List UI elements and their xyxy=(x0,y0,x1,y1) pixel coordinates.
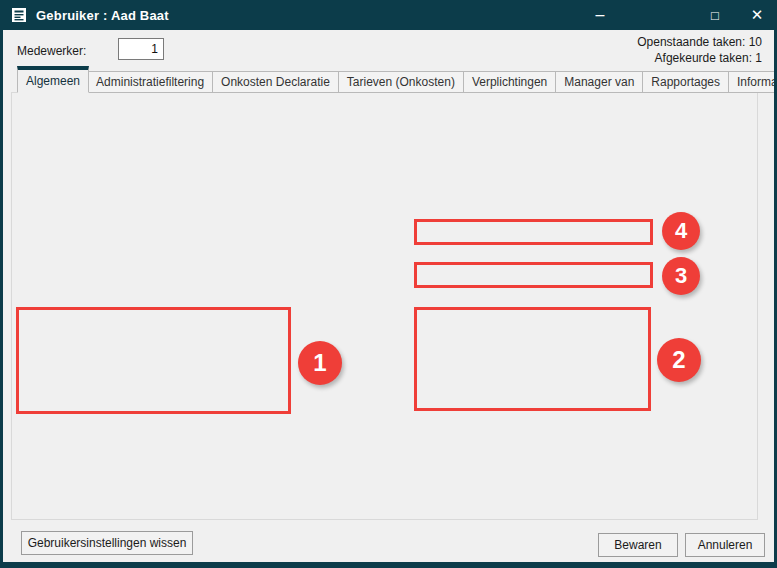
gebruikersinstellingen-wissen-button[interactable]: Gebruikersinstellingen wissen xyxy=(21,531,193,555)
annuleren-button[interactable]: Annuleren xyxy=(685,533,765,557)
maximize-button[interactable]: □ xyxy=(698,0,732,30)
tab-onkosten-declaratie[interactable]: Onkosten Declaratie xyxy=(213,71,339,93)
document-icon xyxy=(11,7,27,23)
task-counters: Openstaande taken: 10 Afgekeurde taken: … xyxy=(637,34,762,66)
title-bar: Gebruiker : Aad Baat xyxy=(0,0,777,30)
tab-administratiefiltering[interactable]: Administratiefiltering xyxy=(88,71,213,93)
annotation-badge-2: 2 xyxy=(657,338,701,382)
close-button[interactable]: ✕ xyxy=(740,0,774,30)
window-title: Gebruiker : Aad Baat xyxy=(36,8,169,23)
gebruiker-dialog: Gebruiker : Aad Baat – □ ✕ Medewerker: O… xyxy=(0,0,777,568)
tab-manager-van[interactable]: Manager van xyxy=(556,71,643,93)
tab-algemeen[interactable]: Algemeen xyxy=(17,66,89,93)
tab-rapportages[interactable]: Rapportages xyxy=(643,71,729,93)
medewerker-input[interactable] xyxy=(118,38,164,60)
open-tasks: Openstaande taken: 10 xyxy=(637,34,762,50)
tab-strip: AlgemeenAdministratiefilteringOnkosten D… xyxy=(17,66,777,93)
medewerker-label: Medewerker: xyxy=(17,44,86,58)
annotation-badge-4: 4 xyxy=(662,212,700,250)
bewaren-button[interactable]: Bewaren xyxy=(598,533,678,557)
annotation-badge-1: 1 xyxy=(298,341,342,385)
minimize-button[interactable]: – xyxy=(583,0,617,30)
rejected-tasks: Afgekeurde taken: 1 xyxy=(637,50,762,66)
tab-tarieven-onkosten[interactable]: Tarieven (Onkosten) xyxy=(339,71,464,93)
tab-page xyxy=(11,92,758,520)
tab-verplichtingen[interactable]: Verplichtingen xyxy=(464,71,556,93)
annotation-badge-3: 3 xyxy=(662,257,700,295)
tab-informatie[interactable]: Informatie xyxy=(729,71,777,93)
